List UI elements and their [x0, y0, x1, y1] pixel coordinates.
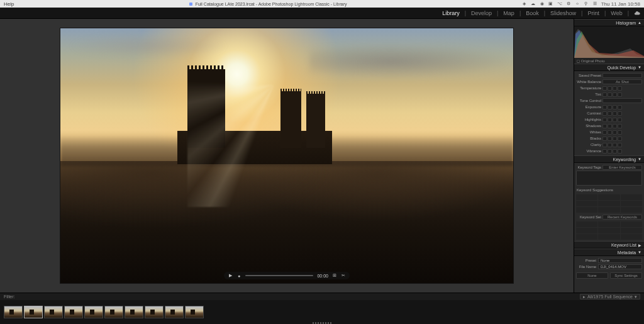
filmstrip-thumb[interactable] — [44, 306, 63, 318]
tray-icon[interactable]: ☁ — [531, 1, 536, 6]
tray-icon[interactable]: ◈ — [522, 1, 527, 6]
kw-sugg-cell[interactable] — [621, 207, 642, 213]
qd-tint-steppers[interactable] — [602, 92, 622, 97]
keyword-suggestions — [574, 193, 644, 214]
qd-wb-label: White Balance — [576, 80, 601, 84]
kw-set-cell[interactable] — [621, 221, 642, 227]
kw-set-cell[interactable] — [598, 228, 619, 233]
keywording-header[interactable]: Keywording▼ — [574, 155, 644, 163]
kw-sugg-cell[interactable] — [576, 194, 597, 200]
kw-sugg-cell[interactable] — [598, 201, 619, 206]
sync-none-button[interactable]: None — [576, 272, 608, 279]
filmstrip-thumb[interactable] — [24, 306, 43, 318]
wifi-icon[interactable]: ⌔ — [575, 1, 580, 6]
preview-image[interactable]: ▶ ● 00:00 ⊞ ✂ — [60, 28, 513, 283]
filmstrip-thumb[interactable] — [185, 306, 204, 318]
chevron-down-icon: ▾ — [635, 294, 637, 299]
qd-clarity-steppers[interactable] — [602, 143, 622, 147]
tray-icon[interactable]: ◉ — [540, 1, 545, 6]
kw-set-select[interactable]: Recent Keywords — [602, 215, 642, 220]
frame-back-button[interactable]: ● — [236, 273, 242, 278]
kw-set-cell[interactable] — [598, 221, 619, 227]
filmstrip-thumb[interactable] — [84, 306, 103, 318]
frame-fwd-button[interactable]: ⊞ — [332, 273, 337, 278]
kw-set-cell[interactable] — [576, 234, 597, 240]
filmstrip[interactable] — [0, 300, 644, 324]
qd-preset-label: Saved Preset — [576, 74, 601, 77]
quick-develop-header[interactable]: Quick Develop▼ — [574, 64, 644, 71]
filmstrip-thumb[interactable] — [125, 306, 143, 318]
keyword-input[interactable] — [576, 170, 642, 186]
qd-blacks-steppers[interactable] — [602, 137, 622, 141]
keyword-list-header[interactable]: Keyword List▶ — [574, 241, 644, 249]
window-title: Full Catalogue LAte 2023.lrcat - Adobe P… — [14, 2, 521, 6]
qd-highlights-steppers[interactable] — [602, 118, 622, 122]
qd-tone-auto[interactable] — [602, 98, 642, 103]
module-print[interactable]: Print — [587, 10, 599, 16]
metadata-buttons: None Sync Settings — [574, 271, 644, 280]
kw-sugg-cell[interactable] — [598, 194, 619, 200]
qd-contrast-steppers[interactable] — [602, 111, 622, 116]
md-filename-value: DJI_0414.MOV — [598, 264, 642, 269]
control-center-icon[interactable]: ☰ — [592, 1, 597, 6]
kw-set-cell[interactable] — [621, 228, 642, 233]
kw-sugg-cell[interactable] — [598, 207, 619, 213]
module-book[interactable]: Book — [526, 10, 539, 16]
video-time: 00:00 — [317, 274, 328, 278]
histogram-footer: ◻ Original Photo — [574, 58, 644, 64]
qd-blacks-label: Blacks — [576, 137, 601, 140]
filmstrip-thumb[interactable] — [104, 306, 123, 318]
histogram-header[interactable]: Histogram▲ — [574, 19, 644, 26]
video-scrubber[interactable] — [245, 275, 313, 276]
filmstrip-thumb[interactable] — [145, 306, 164, 318]
search-icon[interactable]: ⚲ — [584, 1, 589, 6]
filmstrip-thumb[interactable] — [4, 306, 23, 318]
tray-icon[interactable]: ▣ — [548, 1, 553, 6]
histogram[interactable] — [574, 26, 644, 58]
kw-sugg-cell[interactable] — [576, 207, 597, 213]
tray-icon[interactable]: ⌥ — [557, 1, 562, 6]
qd-vibrance-steppers[interactable] — [602, 149, 622, 154]
kw-tags-mode[interactable]: Enter Keywords — [602, 165, 642, 170]
qd-vibrance-label: Vibrance — [576, 149, 601, 153]
md-preset-label: Preset — [576, 259, 596, 262]
kw-sugg-cell[interactable] — [576, 201, 597, 206]
module-develop[interactable]: Develop — [471, 10, 492, 16]
video-controls: ▶ ● 00:00 ⊞ ✂ — [224, 272, 350, 279]
clock[interactable]: Thu 11 Jan 10:58 — [601, 1, 640, 7]
qd-wb-select[interactable]: As Shot — [602, 79, 642, 84]
filmstrip-thumb[interactable] — [64, 306, 83, 318]
trim-button[interactable]: ✂ — [341, 273, 346, 278]
workspace: ▶ ● 00:00 ⊞ ✂ Histogram▲ ◻ Original Phot… — [0, 19, 644, 293]
os-menubar: Help Full Catalogue LAte 2023.lrcat - Ad… — [0, 0, 644, 8]
kw-sugg-cell[interactable] — [621, 194, 642, 200]
module-picker: Library| Develop| Map| Book| Slideshow| … — [0, 8, 644, 19]
module-library[interactable]: Library — [442, 10, 460, 16]
sync-settings-button[interactable]: Sync Settings — [610, 272, 642, 279]
play-button[interactable]: ▶ — [228, 273, 233, 278]
menu-help[interactable]: Help — [4, 1, 14, 7]
tray-icon[interactable]: ⚙ — [566, 1, 571, 6]
cloud-sync-icon[interactable] — [634, 10, 640, 16]
kw-set-cell[interactable] — [621, 234, 642, 240]
qd-preset-select[interactable] — [602, 73, 642, 78]
kw-set-cell[interactable] — [576, 228, 597, 233]
md-preset-select[interactable]: None — [598, 258, 642, 263]
metadata-header[interactable]: Metadata▼ — [574, 249, 644, 256]
qd-exposure-steppers[interactable] — [602, 105, 622, 109]
module-slideshow[interactable]: Slideshow — [550, 10, 576, 16]
qd-whites-steppers[interactable] — [602, 130, 622, 135]
qd-shadows-steppers[interactable] — [602, 124, 622, 128]
qd-tint-label: Tint — [576, 92, 601, 96]
module-web[interactable]: Web — [611, 10, 622, 16]
kw-set-cell[interactable] — [576, 221, 597, 227]
filter-label: Filter: — [4, 294, 15, 299]
kw-sugg-cell[interactable] — [621, 201, 642, 206]
module-map[interactable]: Map — [503, 10, 514, 16]
md-filename-label: File Name — [576, 265, 596, 269]
kw-set-cell[interactable] — [598, 234, 619, 240]
system-tray: ◈ ☁ ◉ ▣ ⌥ ⚙ ⌔ ⚲ ☰ Thu 11 Jan 10:58 — [522, 1, 640, 7]
filmstrip-source[interactable]: ▸ All/1975 Full Sequence ▾ — [580, 294, 640, 299]
filmstrip-thumb[interactable] — [165, 306, 184, 318]
qd-temp-steppers[interactable] — [602, 86, 622, 91]
